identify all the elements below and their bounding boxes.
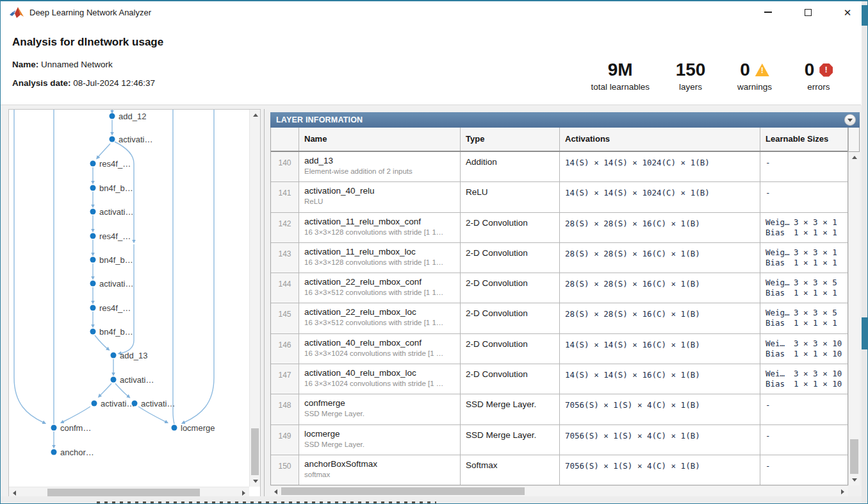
diagram-node[interactable] bbox=[90, 185, 96, 191]
diagram-node[interactable] bbox=[90, 233, 96, 239]
diagram-node-label: bn4f_b… bbox=[99, 183, 133, 193]
row-number: 150 bbox=[271, 455, 299, 485]
scroll-up-icon bbox=[852, 156, 857, 159]
layer-name: locmerge bbox=[304, 429, 455, 439]
table-row[interactable]: 140 add_13 Element-wise addition of 2 in… bbox=[271, 152, 848, 182]
window-title: Deep Learning Network Analyzer bbox=[29, 8, 151, 17]
layer-type: 2-D Convolution bbox=[461, 213, 560, 242]
table-scroll-corner bbox=[848, 128, 860, 152]
diagram-node-label: add_13 bbox=[120, 351, 147, 360]
layer-name-cell: activation_22_relu_mbox_loc 16 3×3×512 c… bbox=[299, 303, 461, 333]
close-icon: ✕ bbox=[844, 8, 852, 17]
diagram-node-label: anchor… bbox=[60, 448, 94, 457]
table-bottom-corner bbox=[848, 485, 860, 496]
layer-learnable-sizes: - bbox=[760, 455, 848, 485]
diagram-node[interactable] bbox=[92, 401, 97, 407]
table-row[interactable]: 150 anchorBoxSoftmax softmax Softmax 705… bbox=[271, 455, 848, 485]
diagram-node-label: res4f_… bbox=[99, 159, 131, 169]
diagram-node[interactable] bbox=[90, 305, 96, 311]
table-hscroll-thumb[interactable] bbox=[281, 487, 525, 495]
table-vscroll-thumb[interactable] bbox=[850, 439, 858, 474]
stat-warnings: 0 ! warnings bbox=[723, 60, 787, 92]
diagram-node[interactable] bbox=[90, 257, 96, 263]
layer-learnable-sizes: Wei…3 × 3 × 10Bias1 × 1 × 10 bbox=[760, 364, 848, 394]
app-window: Deep Learning Network Analyzer ✕ Analysi… bbox=[0, 0, 868, 504]
table-horizontal-scrollbar[interactable] bbox=[270, 485, 848, 496]
layer-learnable-sizes: Wei…3 × 3 × 10Bias1 × 1 × 10 bbox=[760, 334, 848, 364]
layer-name-cell: activation_40_relu ReLU bbox=[299, 182, 461, 212]
layer-learnable-sizes: - bbox=[760, 394, 848, 424]
diagram-node[interactable] bbox=[110, 137, 115, 142]
layer-name-cell: activation_40_relu_mbox_loc 16 3×3×1024 … bbox=[299, 364, 461, 394]
diagram-node[interactable] bbox=[111, 377, 117, 383]
table-vertical-scrollbar[interactable] bbox=[848, 152, 860, 485]
table-body: 140 add_13 Element-wise addition of 2 in… bbox=[271, 152, 848, 485]
layer-name: activation_22_relu_mbox_loc bbox=[304, 307, 455, 317]
diagram-node-label: bn4f_b… bbox=[99, 327, 133, 337]
layer-learnable-sizes: Weig…3 × 3 × 5Bias1 × 1 × 1 bbox=[760, 273, 848, 303]
layer-name: activation_22_relu_mbox_conf bbox=[304, 277, 455, 287]
diagram-node[interactable] bbox=[90, 209, 96, 215]
layer-type: 2-D Convolution bbox=[461, 303, 560, 333]
table-row[interactable]: 141 activation_40_relu ReLU ReLU 14(S) ×… bbox=[271, 182, 848, 212]
table-row[interactable]: 142 activation_11_relu_mbox_conf 16 3×3×… bbox=[271, 213, 848, 243]
layer-learnable-sizes: Weig…3 × 3 × 1Bias1 × 1 × 1 bbox=[760, 243, 848, 273]
layer-description: 16 3×3×512 convolutions with stride [1 1… bbox=[304, 289, 455, 296]
table-header-row: Name Type Activations Learnable Sizes bbox=[271, 128, 848, 152]
layer-description: 16 3×3×512 convolutions with stride [1 1… bbox=[304, 319, 455, 326]
table-row[interactable]: 147 activation_40_relu_mbox_loc 16 3×3×1… bbox=[271, 364, 848, 394]
diagram-node[interactable] bbox=[90, 161, 96, 167]
layer-learnable-sizes: - bbox=[760, 425, 848, 455]
diagram-node[interactable] bbox=[90, 281, 96, 287]
desktop-right-scrollbar[interactable] bbox=[862, 1, 867, 503]
diagram-node[interactable] bbox=[110, 113, 115, 119]
layer-type: Addition bbox=[461, 152, 560, 181]
diagram-node-label: activati… bbox=[99, 279, 133, 289]
diagram-node[interactable] bbox=[90, 329, 96, 335]
row-number: 146 bbox=[271, 334, 299, 364]
stat-layers-value: 150 bbox=[667, 60, 714, 80]
layer-name: activation_40_relu_mbox_loc bbox=[304, 368, 455, 378]
maximize-button[interactable] bbox=[788, 1, 828, 23]
scroll-up-icon bbox=[253, 113, 258, 117]
row-number: 141 bbox=[271, 182, 299, 212]
table-row[interactable]: 149 locmerge SSD Merge Layer. SSD Merge … bbox=[271, 425, 848, 455]
diagram-node-label: activati… bbox=[101, 399, 135, 408]
diagram-hscroll-thumb[interactable] bbox=[47, 489, 200, 496]
table-row[interactable]: 148 confmerge SSD Merge Layer. SSD Merge… bbox=[271, 394, 848, 424]
diagram-node[interactable] bbox=[111, 353, 117, 358]
diagram-vscroll-thumb[interactable] bbox=[251, 428, 259, 475]
layer-name-cell: activation_11_relu_mbox_conf 16 3×3×128 … bbox=[299, 213, 461, 242]
layer-activations: 14(S) × 14(S) × 1024(C) × 1(B) bbox=[560, 182, 760, 212]
row-number: 149 bbox=[271, 425, 299, 455]
diagram-node[interactable] bbox=[132, 401, 138, 407]
network-name-value: Unnamed Network bbox=[41, 60, 113, 69]
network-diagram[interactable]: add_12activati…res4f_…bn4f_b…activati…re… bbox=[9, 110, 250, 476]
collapse-panel-button[interactable] bbox=[844, 114, 856, 126]
table-row[interactable]: 146 activation_40_relu_mbox_conf 16 3×3×… bbox=[271, 334, 848, 364]
diagram-node[interactable] bbox=[172, 425, 177, 431]
scroll-left-icon bbox=[274, 489, 277, 494]
table-row[interactable]: 143 activation_11_relu_mbox_loc 16 3×3×1… bbox=[271, 243, 848, 273]
minimize-button[interactable] bbox=[748, 1, 788, 23]
panel-divider bbox=[264, 109, 265, 496]
diagram-vertical-scrollbar[interactable] bbox=[249, 110, 260, 487]
diagram-node[interactable] bbox=[51, 425, 57, 431]
row-number: 148 bbox=[271, 394, 299, 424]
layer-description: SSD Merge Layer. bbox=[304, 410, 455, 417]
layer-description: 16 3×3×1024 convolutions with stride [1 … bbox=[304, 349, 455, 357]
layer-type: 2-D Convolution bbox=[461, 364, 560, 394]
network-name-line: Name: Unnamed Network bbox=[12, 60, 113, 69]
layer-activations: 14(S) × 14(S) × 16(C) × 1(B) bbox=[560, 364, 760, 394]
layer-activations: 28(S) × 28(S) × 16(C) × 1(B) bbox=[560, 243, 760, 273]
layer-name-cell: activation_11_relu_mbox_loc 16 3×3×128 c… bbox=[299, 243, 461, 273]
layer-activations: 28(S) × 28(S) × 16(C) × 1(B) bbox=[560, 273, 760, 303]
desktop-scrollbar-mark-top bbox=[862, 5, 867, 26]
table-row[interactable]: 144 activation_22_relu_mbox_conf 16 3×3×… bbox=[271, 273, 848, 303]
scroll-left-icon bbox=[13, 491, 16, 496]
table-row[interactable]: 145 activation_22_relu_mbox_loc 16 3×3×5… bbox=[271, 303, 848, 333]
layer-name: activation_40_relu bbox=[304, 186, 455, 196]
layer-type: SSD Merge Layer. bbox=[461, 394, 560, 424]
desktop-scrollbar-thumb[interactable] bbox=[862, 317, 867, 349]
diagram-node[interactable] bbox=[51, 449, 57, 455]
